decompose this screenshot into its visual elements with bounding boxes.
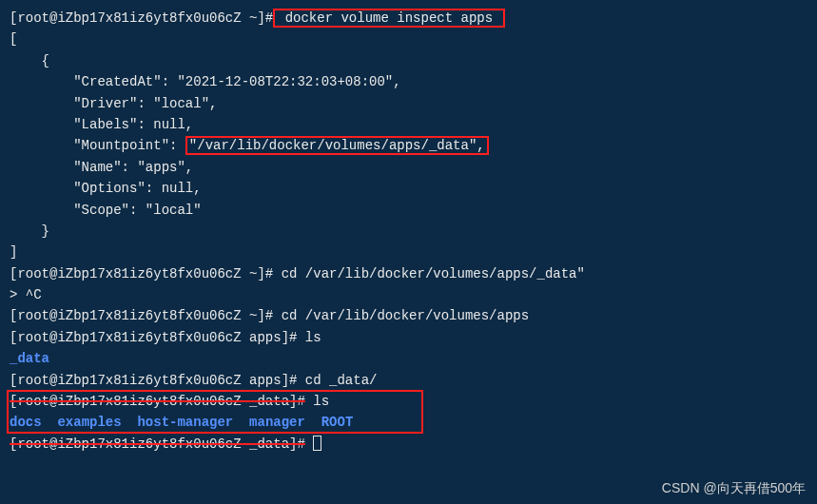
prompt: [root@iZbp17x81iz6yt8fx0u06cZ ~]# — [10, 10, 273, 26]
command-text: docker volume inspect apps — [277, 10, 500, 26]
output-line: "Mountpoint": "/var/lib/docker/volumes/a… — [10, 135, 807, 156]
prompt: [root@iZbp17x81iz6yt8fx0u06cZ ~]# — [10, 308, 273, 323]
output-line: "Driver": "local", — [10, 93, 807, 114]
ls-output: _data — [10, 348, 807, 369]
dir-manager: manager — [249, 415, 305, 430]
command-text: ls — [305, 394, 329, 409]
dir-data: _data — [10, 351, 49, 366]
watermark: CSDN @向天再借500年 — [662, 477, 806, 498]
cmd-line-4: [root@iZbp17x81iz6yt8fx0u06cZ apps]# ls — [10, 327, 807, 348]
output-line: "Labels": null, — [10, 114, 807, 135]
json-bracket-close: ] — [10, 244, 17, 260]
json-labels: "Labels": null, — [10, 117, 193, 132]
sep — [305, 415, 321, 430]
cmd-line-1: [root@iZbp17x81iz6yt8fx0u06cZ ~]# docker… — [10, 8, 807, 29]
json-bracket: [ — [10, 31, 17, 47]
json-options: "Options": null, — [10, 181, 202, 196]
ls-output-2: docs examples host-manager manager ROOT — [10, 412, 807, 433]
cursor[interactable] — [313, 436, 321, 451]
cmd-line-3: [root@iZbp17x81iz6yt8fx0u06cZ ~]# cd /va… — [10, 305, 807, 326]
output-line: } — [10, 221, 807, 242]
ctrl-c: > ^C — [10, 287, 42, 302]
sep — [122, 415, 138, 430]
prompt: [root@iZbp17x81iz6yt8fx0u06cZ ~]# — [10, 266, 273, 281]
json-driver: "Driver": "local", — [10, 96, 217, 111]
output-line: "Scope": "local" — [10, 200, 807, 221]
json-mountpoint-val: "/var/lib/docker/volumes/apps/_data", — [189, 138, 485, 153]
prompt: [root@iZbp17x81iz6yt8fx0u06cZ apps]# — [10, 330, 297, 345]
output-line: [ — [10, 29, 807, 49]
json-brace-close: } — [10, 223, 49, 239]
dir-docs: docs — [10, 415, 42, 430]
json-mountpoint-key: "Mountpoint": — [10, 138, 185, 153]
highlighted-block: [root@iZbp17x81iz6yt8fx0u06cZ _data]# ls… — [10, 391, 807, 434]
output-line: "CreatedAt": "2021-12-08T22:32:03+08:00"… — [10, 71, 807, 92]
command-text: ls — [297, 330, 321, 345]
prompt-struck: [root@iZbp17x81iz6yt8fx0u06cZ _data]# — [10, 436, 305, 452]
prompt-struck: [root@iZbp17x81iz6yt8fx0u06cZ _data]# — [10, 394, 305, 409]
highlighted-command: docker volume inspect apps — [273, 9, 504, 28]
command-text: cd /var/lib/docker/volumes/apps — [273, 308, 529, 323]
output-line: > ^C — [10, 284, 807, 305]
sep — [233, 415, 249, 430]
cmd-line-6: [root@iZbp17x81iz6yt8fx0u06cZ _data]# ls — [10, 391, 807, 412]
dir-examples: examples — [57, 415, 121, 430]
dir-host-manager: host-manager — [137, 415, 233, 430]
output-line: "Options": null, — [10, 178, 807, 199]
highlighted-mountpoint: "/var/lib/docker/volumes/apps/_data", — [185, 136, 489, 155]
prompt: [root@iZbp17x81iz6yt8fx0u06cZ apps]# — [10, 373, 297, 388]
json-createdat: "CreatedAt": "2021-12-08T22:32:03+08:00"… — [10, 74, 401, 89]
terminal-output: [root@iZbp17x81iz6yt8fx0u06cZ ~]# docker… — [10, 8, 807, 455]
command-text: cd /var/lib/docker/volumes/apps/_data" — [273, 266, 585, 281]
cmd-line-5: [root@iZbp17x81iz6yt8fx0u06cZ apps]# cd … — [10, 370, 807, 391]
cmd-line-2: [root@iZbp17x81iz6yt8fx0u06cZ ~]# cd /va… — [10, 263, 807, 284]
output-line: ] — [10, 242, 807, 262]
json-brace: { — [10, 53, 49, 68]
json-scope: "Scope": "local" — [10, 203, 202, 218]
output-line: "Name": "apps", — [10, 157, 807, 178]
dir-root: ROOT — [321, 415, 354, 430]
sep — [42, 415, 58, 430]
cmd-line-7[interactable]: [root@iZbp17x81iz6yt8fx0u06cZ _data]# — [10, 434, 807, 455]
output-line: { — [10, 50, 807, 71]
command-text: cd _data/ — [297, 373, 377, 388]
json-name: "Name": "apps", — [10, 160, 193, 175]
